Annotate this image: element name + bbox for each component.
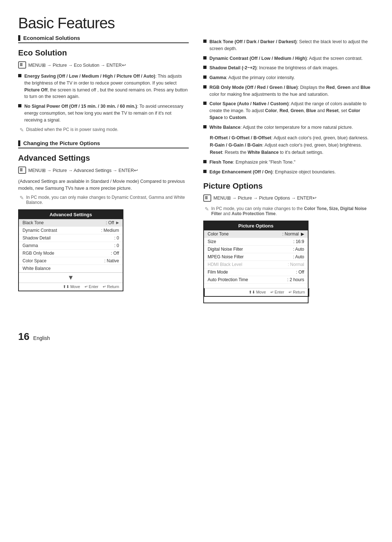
row-label: White Balance bbox=[23, 266, 50, 271]
row-label: Color Tone bbox=[208, 231, 229, 237]
row-label: Digital Noise Filter bbox=[208, 247, 243, 252]
table-row: Shadow Detail : 0 bbox=[19, 234, 123, 242]
table-row: RGB Only Mode : Off bbox=[19, 250, 123, 257]
table-row: Dynamic Contrast : Medium bbox=[19, 227, 123, 234]
reset-text: Reset: Resets the White Balance to it's … bbox=[210, 149, 374, 156]
white-balance-detail: R-Offset / G-Offset / B-Offset: Adjust e… bbox=[203, 134, 374, 156]
row-label: Auto Protection Time bbox=[208, 277, 248, 282]
table-row: Color Tone : Normal ▶ bbox=[204, 230, 308, 238]
row-value: : 0 bbox=[114, 235, 119, 241]
row-label: Color Space bbox=[23, 258, 46, 263]
row-value: : Medium bbox=[101, 228, 119, 233]
table-row: Auto Protection Time : 2 hours bbox=[204, 276, 308, 284]
page-title: Basic Features bbox=[18, 15, 374, 32]
economical-solutions-label: Economical Solutions bbox=[23, 35, 80, 41]
menu-icon2 bbox=[18, 167, 26, 174]
right-bullet-6: Color Space (Auto / Native / Custom): Ad… bbox=[203, 100, 374, 121]
economical-solutions-header: Economical Solutions bbox=[18, 35, 189, 43]
bullet-icon bbox=[203, 66, 207, 69]
page-language: English bbox=[33, 335, 50, 341]
row-label: MPEG Noise Filter bbox=[208, 254, 244, 259]
table-row: White Balance bbox=[19, 265, 123, 272]
advanced-settings-title: Advanced Settings bbox=[18, 153, 189, 163]
footer-return: ↵ Return bbox=[103, 284, 119, 289]
table-row: Size : 16:9 bbox=[204, 238, 308, 246]
row-label: Gamma bbox=[23, 243, 38, 248]
page-number: 16 bbox=[18, 331, 29, 342]
advanced-settings-menu-path: MENU⊞ → Picture → Advanced Settings → EN… bbox=[18, 167, 189, 174]
footer-move: ⬆⬇ Move bbox=[63, 284, 80, 289]
advanced-settings-table: Advanced Settings Black Tone : Off ▶ Dyn… bbox=[18, 209, 123, 291]
bullet-icon bbox=[203, 56, 207, 59]
menu-icon3 bbox=[203, 194, 211, 202]
eco-bullet-1: Energy Saving (Off / Low / Medium / High… bbox=[18, 73, 189, 100]
row-label: HDMI Black Level bbox=[208, 262, 242, 267]
bullet-icon bbox=[18, 74, 21, 77]
arrow-right-icon: ▶ bbox=[301, 231, 304, 237]
table-row: Digital Noise Filter : Auto bbox=[204, 246, 308, 253]
picture-options-note: ✎ In PC mode, you can only make changes … bbox=[203, 206, 374, 216]
bullet-icon bbox=[203, 170, 207, 173]
edge-enhance-bullet: Edge Enhancement (Off / On): Emphasize o… bbox=[203, 169, 374, 176]
section-bar-icon2 bbox=[18, 140, 20, 146]
right-bullet-7: White Balance: Adjust the color temperat… bbox=[203, 124, 374, 131]
row-label: Black Tone bbox=[23, 220, 44, 225]
right-bullet-4-text: Gamma: Adjust the primary color intensit… bbox=[209, 74, 295, 81]
eco-solution-title: Eco Solution bbox=[18, 48, 189, 58]
bullet-icon bbox=[203, 160, 207, 163]
advanced-settings-note: ✎ In PC mode, you can only make changes … bbox=[18, 195, 189, 205]
right-bullet-2-text: Dynamic Contrast (Off / Low / Medium / H… bbox=[209, 55, 363, 62]
row-label: Size bbox=[208, 239, 216, 244]
pencil-icon: ✎ bbox=[20, 127, 24, 133]
right-bullet-1: Black Tone (Off / Dark / Darker / Darkes… bbox=[203, 38, 374, 52]
pencil-icon2: ✎ bbox=[20, 195, 24, 201]
bullet-icon bbox=[203, 40, 207, 43]
row-value: : Normal ▶ bbox=[282, 231, 304, 237]
right-bullet-4: Gamma: Adjust the primary color intensit… bbox=[203, 74, 374, 81]
arrow-right-icon: ▶ bbox=[116, 221, 119, 225]
picture-options-header-label: Changing the Picture Options bbox=[23, 140, 100, 146]
right-bullet-2: Dynamic Contrast (Off / Low / Medium / H… bbox=[203, 55, 374, 62]
row-value: : Normal bbox=[288, 262, 304, 267]
right-bullet-3: Shadow Detail (-2~+2): Increase the brig… bbox=[203, 65, 374, 71]
table-row: MPEG Noise Filter : Auto bbox=[204, 253, 308, 261]
edge-enhance-text: Edge Enhancement (Off / On): Emphasize o… bbox=[209, 169, 336, 176]
right-bullet-5-text: RGB Only Mode (Off / Red / Green / Blue)… bbox=[209, 84, 374, 98]
eco-note: ✎ Disabled when the PC is in power savin… bbox=[18, 127, 189, 133]
bullet-icon bbox=[203, 85, 207, 89]
row-label: Film Mode bbox=[208, 270, 228, 275]
row-value: : Off bbox=[111, 251, 119, 256]
advanced-settings-description: (Advanced Settings are available in Stan… bbox=[18, 178, 189, 192]
footer-move: ⬆⬇ Move bbox=[249, 290, 266, 295]
flesh-tone-bullet: Flesh Tone: Emphasize pink "Flesh Tone." bbox=[203, 159, 374, 166]
eco-bullet-1-text: Energy Saving (Off / Low / Medium / High… bbox=[24, 73, 189, 100]
bullet-icon bbox=[18, 104, 21, 107]
eco-bullet-2-text: No Signal Power Off (Off / 15 min. / 30 … bbox=[24, 103, 189, 123]
scroll-arrow-down: ▼ bbox=[19, 272, 123, 283]
table-row: Color Space : Native bbox=[19, 257, 123, 265]
page-footer: 16 English bbox=[18, 331, 374, 342]
advanced-table-footer: ⬆⬇ Move ↵ Enter ↵ Return bbox=[19, 283, 123, 291]
right-bullet-7-text: White Balance: Adjust the color temperat… bbox=[209, 124, 353, 131]
row-label: Dynamic Contrast bbox=[23, 228, 57, 233]
picture-table-footer: ⬆⬇ Move ↵ Enter ↵ Return bbox=[204, 288, 309, 297]
right-bullet-3-text: Shadow Detail (-2~+2): Increase the brig… bbox=[209, 65, 339, 71]
eco-solution-menu-path: MENU⊞ → Picture → Eco Solution → ENTER↩ bbox=[18, 61, 189, 69]
eco-note-text: Disabled when the PC is in power saving … bbox=[26, 127, 118, 132]
row-label: Shadow Detail bbox=[23, 235, 50, 241]
picture-options-table: Picture Options Color Tone : Normal ▶ Si… bbox=[203, 221, 309, 303]
advanced-note-text: In PC mode, you can only make changes to… bbox=[26, 195, 189, 205]
bullet-icon bbox=[203, 125, 207, 128]
picture-options-note-text: In PC mode, you can only make changes to… bbox=[211, 206, 374, 216]
section-bar-icon bbox=[18, 35, 20, 41]
table-row: Gamma : 0 bbox=[19, 242, 123, 250]
picture-table-header: Picture Options bbox=[204, 221, 308, 230]
picture-options-menu-text: MENU⊞ → Picture → Picture Options → ENTE… bbox=[213, 195, 317, 201]
table-row: Black Tone : Off ▶ bbox=[19, 219, 123, 227]
flesh-tone-text: Flesh Tone: Emphasize pink "Flesh Tone." bbox=[209, 159, 295, 166]
row-value: : 0 bbox=[114, 243, 119, 248]
right-bullet-1-text: Black Tone (Off / Dark / Darker / Darkes… bbox=[209, 38, 374, 52]
row-value: : Auto bbox=[293, 247, 304, 252]
row-value: : Off bbox=[296, 270, 304, 275]
picture-options-header: Changing the Picture Options bbox=[18, 140, 189, 148]
